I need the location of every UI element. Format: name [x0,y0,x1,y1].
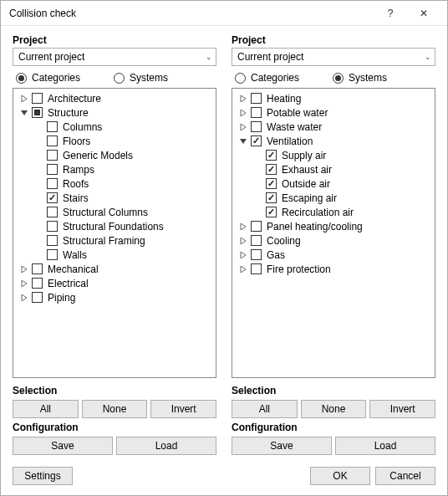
tree-node[interactable]: Supply air [236,148,431,162]
tree-node[interactable]: Mechanical [17,262,212,276]
expand-icon[interactable] [19,293,29,303]
tree-node[interactable]: Ventilation [236,134,431,148]
checkbox[interactable] [266,164,277,175]
checkbox[interactable] [47,249,58,260]
checkbox[interactable] [47,192,58,203]
checkbox[interactable] [266,192,277,203]
tree-node-label: Generic Models [60,150,133,161]
checkbox[interactable] [47,235,58,246]
checkbox[interactable] [251,235,262,246]
tree-node[interactable]: Outside air [236,176,431,191]
config-load-button[interactable]: Load [116,437,216,455]
tree-node[interactable]: Stairs [17,191,212,205]
collapse-icon[interactable] [238,136,248,146]
tree-node[interactable]: Piping [17,290,212,304]
expand-icon[interactable] [19,264,29,274]
checkbox[interactable] [251,93,262,104]
tree-node[interactable]: Exhaust air [236,162,431,176]
tree-node-label: Stairs [60,192,89,204]
tree-node[interactable]: Escaping air [236,191,431,205]
checkbox[interactable] [266,207,277,217]
config-load-button[interactable]: Load [335,437,435,455]
left-panel: Project Current project ⌄ Categories Sys… [13,31,216,455]
tree-node[interactable]: Roofs [17,176,212,191]
select-all-button[interactable]: All [232,400,298,418]
checkbox[interactable] [251,121,262,132]
project-combo[interactable]: Current project ⌄ [13,48,216,66]
tree-node[interactable]: Fire protection [236,262,431,276]
checkbox[interactable] [266,178,277,189]
tree-node[interactable]: Architecture [17,91,212,105]
expand-icon[interactable] [19,94,29,104]
checkbox[interactable] [47,164,58,175]
tree-node[interactable]: Panel heating/cooling [236,219,431,233]
checkbox[interactable] [47,121,58,132]
radio-categories[interactable]: Categories [235,72,299,84]
tree-node[interactable]: Heating [236,91,431,105]
radio-categories[interactable]: Categories [16,72,80,84]
radio-systems[interactable]: Systems [333,72,387,84]
checkbox[interactable] [251,136,262,146]
checkbox[interactable] [32,278,43,289]
checkbox[interactable] [251,249,262,260]
tree-node-label: Potable water [264,107,328,119]
tree-node[interactable]: Structural Foundations [17,219,212,233]
tree-node[interactable]: Walls [17,248,212,262]
checkbox[interactable] [47,136,58,146]
tree-node-label: Walls [60,249,87,261]
systems-tree[interactable]: HeatingPotable waterWaste waterVentilati… [232,88,435,378]
collapse-icon[interactable] [19,108,29,118]
radio-systems[interactable]: Systems [114,72,168,84]
cancel-button[interactable]: Cancel [375,467,435,485]
tree-node[interactable]: Gas [236,248,431,262]
tree-node[interactable]: Structural Framing [17,233,212,248]
checkbox[interactable] [266,150,277,161]
dialog-body: Project Current project ⌄ Categories Sys… [1,26,447,495]
settings-button[interactable]: Settings [13,467,73,485]
tree-node[interactable]: Generic Models [17,148,212,162]
tree-node[interactable]: Potable water [236,105,431,120]
tree-node[interactable]: Recirculation air [236,205,431,219]
expand-icon[interactable] [19,279,29,289]
checkbox[interactable] [32,263,43,274]
config-save-button[interactable]: Save [232,437,332,455]
checkbox[interactable] [251,221,262,232]
category-tree[interactable]: ArchitectureStructureColumnsFloorsGeneri… [13,88,216,378]
tree-node[interactable]: Structural Columns [17,205,212,219]
help-button[interactable]: ? [374,2,407,25]
ok-button[interactable]: OK [310,467,370,485]
tree-node[interactable]: Ramps [17,162,212,176]
checkbox[interactable] [47,221,58,232]
config-save-button[interactable]: Save [13,437,113,455]
checkbox[interactable] [32,292,43,303]
close-button[interactable]: ✕ [407,2,440,25]
tree-node[interactable]: Structure [17,105,212,120]
tree-node[interactable]: Columns [17,120,212,134]
checkbox[interactable] [47,207,58,217]
checkbox[interactable] [251,263,262,274]
select-none-button[interactable]: None [301,400,367,418]
expand-icon[interactable] [238,236,248,246]
project-combo[interactable]: Current project ⌄ [232,48,435,66]
expand-icon[interactable] [238,94,248,104]
expand-icon[interactable] [238,264,248,274]
tree-node[interactable]: Floors [17,134,212,148]
select-all-button[interactable]: All [13,400,79,418]
tree-node-label: Outside air [279,178,330,190]
tree-node[interactable]: Waste water [236,120,431,134]
select-invert-button[interactable]: Invert [150,400,216,418]
expand-icon[interactable] [238,250,248,260]
select-none-button[interactable]: None [82,400,148,418]
checkbox[interactable] [251,107,262,118]
tree-node[interactable]: Cooling [236,233,431,248]
expand-icon[interactable] [238,222,248,232]
checkbox[interactable] [47,178,58,189]
expand-icon[interactable] [238,108,248,118]
select-invert-button[interactable]: Invert [369,400,435,418]
checkbox[interactable] [47,150,58,161]
expand-icon[interactable] [238,122,248,132]
tree-node[interactable]: Electrical [17,276,212,290]
checkbox[interactable] [32,93,43,104]
tree-node-label: Panel heating/cooling [264,221,363,233]
checkbox[interactable] [32,107,43,118]
